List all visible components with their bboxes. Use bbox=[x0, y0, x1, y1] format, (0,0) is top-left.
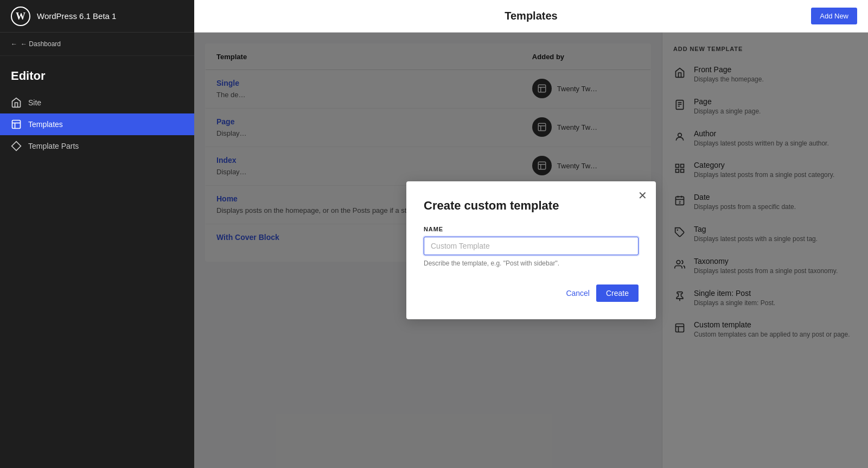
page-title: Templates bbox=[505, 10, 557, 22]
svg-text:W: W bbox=[16, 11, 25, 22]
create-template-modal: Create custom template ✕ NAME Describe t… bbox=[406, 181, 656, 319]
sidebar-header: W WordPress 6.1 Beta 1 bbox=[0, 0, 194, 33]
dashboard-label: ← Dashboard bbox=[21, 40, 61, 48]
content-area: Template Added by Single The de… bbox=[194, 33, 868, 468]
add-new-button[interactable]: Add New bbox=[811, 8, 857, 24]
cancel-button[interactable]: Cancel bbox=[566, 289, 590, 298]
sidebar-item-site[interactable]: Site bbox=[0, 92, 194, 113]
templates-icon bbox=[11, 119, 22, 130]
sidebar: W WordPress 6.1 Beta 1 ← ← Dashboard Edi… bbox=[0, 0, 194, 468]
editor-title: Editor bbox=[0, 56, 194, 87]
arrow-left-icon: ← bbox=[11, 40, 17, 48]
sidebar-nav: Site Templates Template Parts bbox=[0, 92, 194, 157]
svg-marker-5 bbox=[12, 142, 21, 151]
wp-logo-icon: W bbox=[11, 7, 30, 26]
sidebar-item-label: Templates bbox=[28, 120, 63, 129]
svg-rect-2 bbox=[12, 121, 21, 129]
sidebar-item-templates[interactable]: Templates bbox=[0, 113, 194, 135]
modal-actions: Cancel Create bbox=[424, 284, 639, 302]
modal-close-button[interactable]: ✕ bbox=[638, 190, 647, 201]
modal-title: Create custom template bbox=[424, 199, 639, 213]
modal-field-label: NAME bbox=[424, 226, 639, 232]
main-area: Templates Add New Template Added by Sing… bbox=[194, 0, 868, 468]
modal-hint: Describe the template, e.g. "Post with s… bbox=[424, 260, 639, 267]
diamond-icon bbox=[11, 141, 22, 151]
dashboard-link[interactable]: ← ← Dashboard bbox=[0, 33, 194, 56]
sidebar-item-label: Site bbox=[28, 98, 41, 107]
template-name-input[interactable] bbox=[424, 237, 639, 255]
modal-overlay: Create custom template ✕ NAME Describe t… bbox=[194, 33, 868, 468]
sidebar-item-template-parts[interactable]: Template Parts bbox=[0, 135, 194, 157]
create-button[interactable]: Create bbox=[596, 284, 639, 302]
app-title: WordPress 6.1 Beta 1 bbox=[37, 11, 116, 21]
sidebar-item-label: Template Parts bbox=[28, 142, 79, 150]
home-icon bbox=[11, 97, 22, 108]
topbar: Templates Add New bbox=[194, 0, 868, 33]
